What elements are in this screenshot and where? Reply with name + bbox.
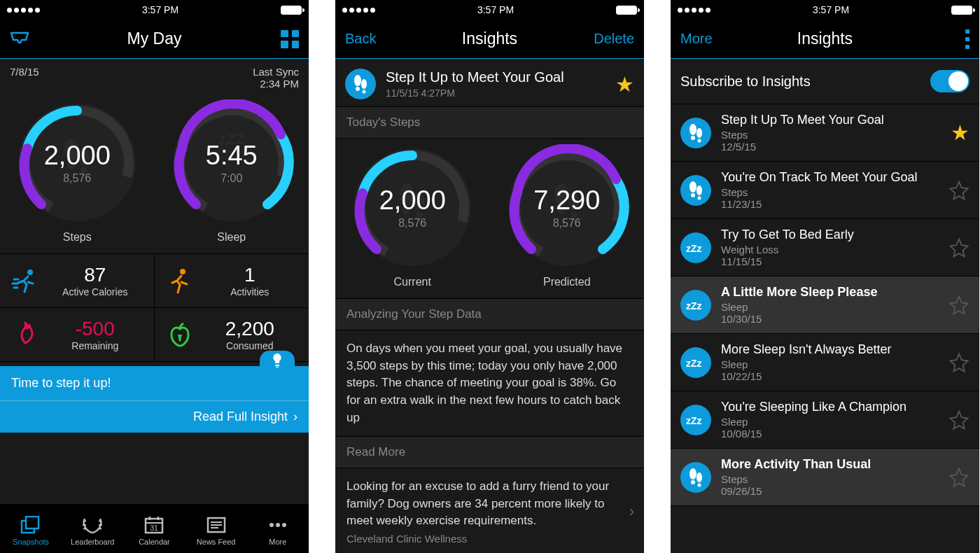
screen-my-day: 3:57 PM My Day 7/8/15 Last Sync 2:34 PM bbox=[0, 0, 309, 553]
list-item-title: Step It Up To Meet Your Goal bbox=[721, 113, 941, 127]
lightbulb-icon[interactable] bbox=[260, 351, 295, 370]
active-cal-value: 87 bbox=[48, 264, 143, 286]
steps-icon bbox=[680, 118, 711, 148]
list-item-category: Steps bbox=[721, 186, 939, 198]
status-bar: 3:57 PM bbox=[335, 0, 644, 20]
tab-more[interactable]: More bbox=[253, 514, 302, 546]
sleep-icon: zZz bbox=[680, 290, 711, 321]
subscribe-label: Subscribe to Insights bbox=[680, 74, 811, 90]
list-item[interactable]: zZzYou're Sleeping Like A ChampionSleep1… bbox=[671, 391, 979, 449]
svg-point-47 bbox=[691, 193, 695, 197]
steps-icon bbox=[345, 69, 376, 99]
signal-dots-icon bbox=[342, 8, 375, 13]
sleep-icon: zZz bbox=[680, 405, 711, 435]
metrics-grid: 87 Active Calories 1 Activities -500 Rem… bbox=[0, 253, 309, 362]
nav-bar: Back Insights Delete bbox=[335, 20, 644, 59]
svg-rect-12 bbox=[26, 517, 38, 528]
current-goal: 8,576 bbox=[398, 217, 426, 230]
nav-bar: My Day bbox=[0, 20, 309, 59]
tab-newsfeed[interactable]: News Feed bbox=[192, 514, 241, 546]
sleep-label: Sleep bbox=[169, 231, 295, 244]
insight-title[interactable]: Time to step it up! bbox=[0, 366, 309, 400]
star-outline-icon[interactable] bbox=[948, 352, 969, 373]
sleep-gauge[interactable]: zZZ 5:45 7:00 Sleep bbox=[169, 99, 295, 244]
list-item-title: You're On Track To Meet Your Goal bbox=[721, 170, 939, 185]
metric-activities[interactable]: 1 Activities bbox=[155, 254, 309, 308]
insight-title: Step It Up to Meet Your Goal bbox=[386, 69, 606, 85]
tab-leaderboard[interactable]: Leaderboard bbox=[68, 514, 117, 546]
read-more-text: Looking for an excuse to add a furry fri… bbox=[335, 468, 629, 533]
star-outline-icon[interactable] bbox=[948, 410, 969, 430]
battery-icon bbox=[281, 6, 302, 15]
subscribe-toggle[interactable] bbox=[930, 70, 969, 92]
list-item[interactable]: You're On Track To Meet Your GoalSteps11… bbox=[671, 162, 979, 219]
svg-point-43 bbox=[691, 136, 695, 140]
list-item[interactable]: More Activity Than UsualSteps09/26/15 bbox=[671, 449, 979, 506]
svg-point-44 bbox=[698, 139, 701, 142]
grid-icon bbox=[281, 30, 299, 48]
list-item[interactable]: Step It Up To Meet Your GoalSteps12/5/15… bbox=[671, 104, 979, 162]
insight-date: 11/5/15 4:27PM bbox=[386, 88, 606, 99]
signal-dots-icon bbox=[678, 8, 710, 13]
star-icon[interactable]: ★ bbox=[615, 72, 634, 97]
svg-point-56 bbox=[698, 483, 701, 486]
steps-label: Steps bbox=[14, 231, 140, 244]
inbox-icon[interactable] bbox=[10, 31, 59, 47]
read-more-link[interactable]: Looking for an excuse to add a furry fri… bbox=[335, 468, 644, 553]
nav-bar: More Insights bbox=[671, 20, 979, 59]
gauge-row: 2,000 8,576 Steps zZZ 5:45 7:00 bbox=[0, 94, 309, 253]
back-button[interactable]: Back bbox=[345, 31, 394, 47]
list-item-date: 10/22/15 bbox=[721, 370, 939, 382]
grid-menu-button[interactable] bbox=[250, 30, 299, 48]
predicted-goal: 8,576 bbox=[553, 217, 581, 230]
steps-icon bbox=[680, 462, 711, 493]
list-item-category: Steps bbox=[721, 473, 939, 485]
list-item-category: Sleep bbox=[721, 416, 939, 428]
list-item[interactable]: zZzA Little More Sleep PleaseSleep10/30/… bbox=[671, 276, 979, 334]
more-back-button[interactable]: More bbox=[680, 31, 729, 47]
metric-active-calories[interactable]: 87 Active Calories bbox=[0, 254, 155, 308]
screen-insights-list: 3:57 PM More Insights Subscribe to Insig… bbox=[671, 0, 979, 553]
list-item[interactable]: zZzMore Sleep Isn't Always BetterSleep10… bbox=[671, 334, 979, 391]
svg-text:zZz: zZz bbox=[686, 243, 702, 254]
list-item[interactable]: zZzTry To Get To Bed EarlyWeight Loss11/… bbox=[671, 219, 979, 276]
tab-calendar[interactable]: 31 Calendar bbox=[130, 514, 178, 546]
active-cal-label: Active Calories bbox=[48, 286, 143, 298]
svg-text:zZz: zZz bbox=[686, 415, 702, 426]
svg-point-25 bbox=[354, 75, 361, 86]
list-item-title: A Little More Sleep Please bbox=[721, 285, 939, 300]
star-icon[interactable]: ★ bbox=[951, 120, 969, 145]
sleep-goal: 7:00 bbox=[220, 172, 242, 185]
star-outline-icon[interactable] bbox=[948, 295, 969, 316]
chevron-right-icon: › bbox=[293, 410, 298, 424]
chevron-right-icon: › bbox=[629, 503, 644, 521]
remaining-label: Remaining bbox=[48, 340, 143, 351]
tab-snapshots[interactable]: Snapshots bbox=[6, 514, 55, 546]
sleep-icon: zZz bbox=[680, 232, 711, 263]
steps-gauge[interactable]: 2,000 8,576 Steps bbox=[14, 99, 140, 244]
tab-bar: Snapshots Leaderboard 31 Calendar News F… bbox=[0, 504, 309, 553]
list-item-category: Sleep bbox=[721, 301, 939, 313]
battery-icon bbox=[951, 6, 972, 15]
predicted-label: Predicted bbox=[504, 276, 630, 288]
star-outline-icon[interactable] bbox=[948, 237, 969, 258]
read-full-insight-link[interactable]: Read Full Insight › bbox=[0, 400, 309, 433]
star-outline-icon[interactable] bbox=[948, 180, 969, 201]
more-icon bbox=[267, 514, 288, 536]
sleep-icon: zZz bbox=[680, 347, 711, 378]
flame-icon bbox=[11, 321, 39, 349]
insights-list: Step It Up To Meet Your GoalSteps12/5/15… bbox=[671, 104, 979, 506]
delete-button[interactable]: Delete bbox=[585, 31, 634, 47]
battery-icon bbox=[616, 6, 637, 15]
star-outline-icon[interactable] bbox=[948, 467, 969, 488]
status-bar: 3:57 PM bbox=[0, 0, 309, 20]
page-title: My Day bbox=[59, 29, 250, 48]
page-title: Insights bbox=[729, 29, 920, 48]
svg-point-28 bbox=[363, 90, 366, 94]
metric-remaining[interactable]: -500 Remaining bbox=[0, 308, 155, 362]
insight-banner: Time to step it up! Read Full Insight › bbox=[0, 366, 309, 433]
menu-button[interactable] bbox=[920, 29, 969, 49]
svg-point-45 bbox=[690, 181, 696, 192]
laurel-icon bbox=[80, 514, 104, 536]
svg-point-23 bbox=[276, 523, 280, 527]
